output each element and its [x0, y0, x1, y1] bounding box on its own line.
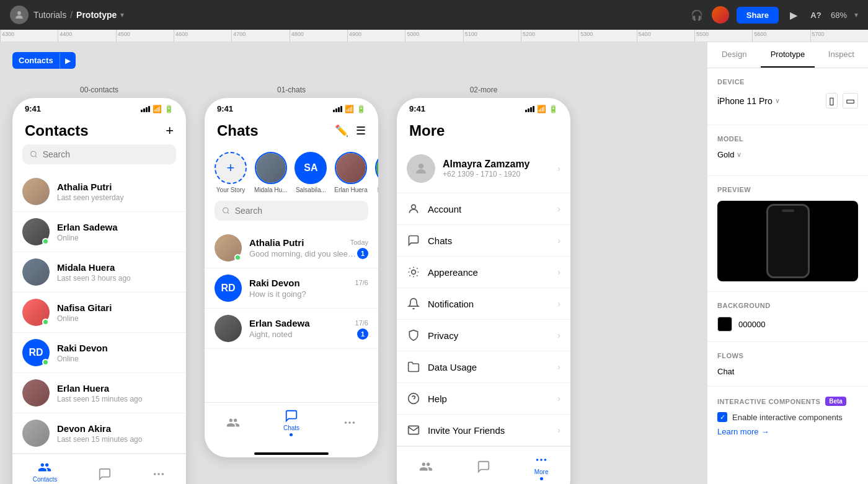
tab-design[interactable]: Design [707, 42, 761, 68]
battery-icon: 🔋 [356, 105, 366, 113]
ruler-mark: 5300 [578, 30, 636, 42]
nav-item-contacts[interactable]: Contacts [33, 460, 57, 484]
menu-label-chats: Chats [428, 235, 550, 246]
model-value[interactable]: Gold ∨ [717, 150, 742, 159]
tab-inspect[interactable]: Inspect [815, 42, 868, 68]
menu-item-invite[interactable]: Invite Your Friends › [397, 415, 570, 446]
preview-box [717, 201, 858, 281]
enable-checkbox[interactable]: ✓ [717, 412, 727, 422]
learn-more-arrow: → [761, 427, 769, 436]
battery-icon: 🔋 [549, 105, 558, 113]
contacts-search-bar[interactable] [22, 144, 176, 164]
nav-item-chat[interactable] [477, 460, 490, 473]
enable-label: Enable interactive components [732, 413, 843, 422]
bottom-nav-more: More [397, 446, 570, 484]
online-indicator [42, 359, 49, 366]
flow-item[interactable]: Chat [717, 367, 858, 376]
chat-item[interactable]: Athalia Putri Today Good morning, did yo… [205, 228, 378, 268]
device-orientation-icons: ▯ ▭ [826, 93, 858, 108]
more-nav-icon [152, 467, 166, 481]
chats-search-input[interactable] [235, 206, 361, 216]
dropdown-arrow[interactable]: ▾ [120, 11, 124, 19]
story-item[interactable]: SA Salsabila... [294, 152, 327, 193]
compose-icon[interactable]: ✏️ [335, 124, 348, 138]
contact-status: Online [57, 234, 176, 242]
contact-avatar-wrapper [22, 299, 50, 326]
contact-item[interactable]: Erlan Huera Last seen 15 minutes ago [12, 373, 186, 413]
contacts-nav-icon [419, 460, 433, 473]
contact-status: Last seen 3 hours ago [57, 274, 176, 283]
play-icon[interactable]: ▶ [60, 53, 76, 69]
user-avatar[interactable] [10, 6, 29, 24]
menu-item-privacy[interactable]: Privacy › [397, 320, 570, 351]
share-button[interactable]: Share [737, 7, 779, 24]
add-contact-icon[interactable]: + [166, 123, 174, 139]
contact-info: Erlan Huera Last seen 15 minutes ago [57, 383, 176, 403]
project-name[interactable]: Tutorials [33, 10, 66, 20]
nav-item-more[interactable]: More [534, 453, 549, 480]
nav-item-contacts[interactable] [226, 416, 240, 429]
beta-badge: Beta [825, 397, 846, 406]
contact-item[interactable]: Erlan Sadewa Online [12, 212, 186, 252]
headphone-icon[interactable]: 🎧 [689, 7, 704, 22]
contacts-search-input[interactable] [43, 149, 169, 159]
active-dot [290, 433, 293, 436]
account-icon [407, 202, 420, 216]
story-item-your[interactable]: + Your Story [215, 152, 247, 193]
learn-more-link[interactable]: Learn more → [717, 427, 858, 436]
contact-item[interactable]: RD Raki Devon Online [12, 333, 186, 373]
story-name: Salsabila... [296, 187, 326, 193]
bg-color-swatch[interactable] [717, 317, 732, 332]
ruler-mark: 5700 [810, 30, 868, 42]
menu-item-help[interactable]: Help › [397, 383, 570, 415]
user-avatar-2[interactable] [712, 6, 729, 24]
story-name: Raki Tel... [378, 187, 378, 193]
story-item[interactable]: Midala Hu... [254, 152, 287, 193]
more-nav-icon [534, 453, 548, 467]
landscape-icon[interactable]: ▭ [843, 93, 858, 108]
portrait-icon[interactable]: ▯ [826, 93, 838, 108]
menu-item-account[interactable]: Account › [397, 193, 570, 225]
menu-icon[interactable]: ☰ [356, 124, 366, 138]
menu-item-chats[interactable]: Chats › [397, 225, 570, 257]
nav-item-more[interactable] [152, 467, 166, 481]
menu-item-notification[interactable]: Notification › [397, 288, 570, 320]
nav-item-chats[interactable]: Chats [283, 409, 299, 436]
tab-prototype[interactable]: Prototype [761, 42, 814, 68]
device-name[interactable]: iPhone 11 Pro ∨ [717, 96, 780, 106]
chat-item[interactable]: Erlan Sadewa 17/6 Aight, noted 1 [205, 309, 378, 349]
contact-item[interactable]: Athalia Putri Last seen yesterday [12, 172, 186, 212]
profile-item[interactable]: Almayra Zamzamy +62 1309 - 1710 - 1920 › [397, 144, 570, 193]
play-icon[interactable]: ▶ [786, 7, 801, 22]
menu-item-appearance[interactable]: Appereance › [397, 257, 570, 288]
chat-time: 17/6 [355, 279, 368, 286]
story-item[interactable]: Erlan Huera [334, 152, 367, 193]
contact-item[interactable]: Nafisa Gitari Online [12, 293, 186, 333]
search-icon [30, 150, 38, 159]
story-add-button[interactable]: + [215, 152, 247, 184]
nav-item-chat[interactable] [98, 467, 112, 481]
menu-item-data-usage[interactable]: Data Usage › [397, 351, 570, 383]
question-icon[interactable]: A? [808, 7, 823, 22]
contact-item[interactable]: Devon Akira Last seen 15 minutes ago [12, 413, 186, 454]
file-name[interactable]: Prototype [76, 10, 117, 20]
nav-item-more[interactable] [343, 416, 356, 429]
chat-avatar [215, 315, 242, 342]
menu-label-appearance: Appereance [428, 267, 550, 278]
background-section: Background 000000 [707, 292, 868, 342]
chat-item[interactable]: RD Raki Devon 17/6 How is it going? [205, 268, 378, 309]
chats-search-bar[interactable] [215, 201, 368, 221]
frames-container: 00-contacts 9:41 📶 [12, 79, 694, 484]
zoom-arrow[interactable]: ▾ [854, 11, 858, 19]
svg-line-7 [228, 212, 229, 213]
svg-point-3 [154, 473, 156, 475]
bg-color-value[interactable]: 000000 [738, 320, 765, 329]
contact-item[interactable]: Midala Huera Last seen 3 hours ago [12, 252, 186, 293]
story-item[interactable]: Raki Tel... [375, 152, 378, 193]
chat-nav-icon [285, 409, 298, 423]
top-bar-right: 🎧 Share ▶ A? 68% ▾ [689, 6, 858, 24]
chat-header-row: Athalia Putri Today [249, 237, 368, 248]
chat-play-button[interactable]: Contacts ▶ [12, 52, 76, 69]
ruler-mark: 5200 [521, 30, 578, 42]
nav-item-contacts[interactable] [419, 460, 433, 473]
